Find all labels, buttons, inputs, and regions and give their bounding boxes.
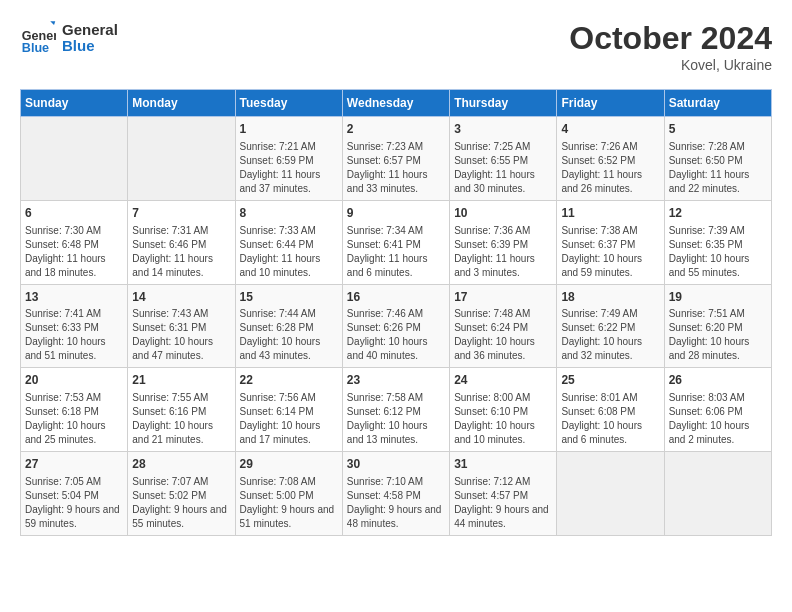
calendar-cell: 10Sunrise: 7:36 AMSunset: 6:39 PMDayligh… bbox=[450, 200, 557, 284]
day-info: Sunrise: 7:25 AMSunset: 6:55 PMDaylight:… bbox=[454, 140, 552, 196]
calendar-cell: 27Sunrise: 7:05 AMSunset: 5:04 PMDayligh… bbox=[21, 452, 128, 536]
day-info: Sunrise: 7:05 AMSunset: 5:04 PMDaylight:… bbox=[25, 475, 123, 531]
calendar-cell: 28Sunrise: 7:07 AMSunset: 5:02 PMDayligh… bbox=[128, 452, 235, 536]
day-number: 17 bbox=[454, 289, 552, 306]
day-info: Sunrise: 7:51 AMSunset: 6:20 PMDaylight:… bbox=[669, 307, 767, 363]
calendar-cell: 4Sunrise: 7:26 AMSunset: 6:52 PMDaylight… bbox=[557, 117, 664, 201]
calendar-cell: 22Sunrise: 7:56 AMSunset: 6:14 PMDayligh… bbox=[235, 368, 342, 452]
day-number: 16 bbox=[347, 289, 445, 306]
calendar-cell: 8Sunrise: 7:33 AMSunset: 6:44 PMDaylight… bbox=[235, 200, 342, 284]
calendar-cell bbox=[128, 117, 235, 201]
day-number: 5 bbox=[669, 121, 767, 138]
day-info: Sunrise: 7:12 AMSunset: 4:57 PMDaylight:… bbox=[454, 475, 552, 531]
day-number: 6 bbox=[25, 205, 123, 222]
day-info: Sunrise: 7:39 AMSunset: 6:35 PMDaylight:… bbox=[669, 224, 767, 280]
day-info: Sunrise: 7:31 AMSunset: 6:46 PMDaylight:… bbox=[132, 224, 230, 280]
calendar-cell: 3Sunrise: 7:25 AMSunset: 6:55 PMDaylight… bbox=[450, 117, 557, 201]
day-header-friday: Friday bbox=[557, 90, 664, 117]
day-number: 2 bbox=[347, 121, 445, 138]
day-info: Sunrise: 7:49 AMSunset: 6:22 PMDaylight:… bbox=[561, 307, 659, 363]
day-number: 3 bbox=[454, 121, 552, 138]
calendar-cell: 17Sunrise: 7:48 AMSunset: 6:24 PMDayligh… bbox=[450, 284, 557, 368]
day-number: 30 bbox=[347, 456, 445, 473]
day-number: 27 bbox=[25, 456, 123, 473]
day-header-thursday: Thursday bbox=[450, 90, 557, 117]
page-header: General Blue General Blue October 2024 K… bbox=[20, 20, 772, 73]
day-number: 21 bbox=[132, 372, 230, 389]
day-info: Sunrise: 7:23 AMSunset: 6:57 PMDaylight:… bbox=[347, 140, 445, 196]
day-info: Sunrise: 7:48 AMSunset: 6:24 PMDaylight:… bbox=[454, 307, 552, 363]
calendar-cell: 24Sunrise: 8:00 AMSunset: 6:10 PMDayligh… bbox=[450, 368, 557, 452]
calendar-week-row: 27Sunrise: 7:05 AMSunset: 5:04 PMDayligh… bbox=[21, 452, 772, 536]
day-number: 13 bbox=[25, 289, 123, 306]
day-header-wednesday: Wednesday bbox=[342, 90, 449, 117]
calendar-cell: 26Sunrise: 8:03 AMSunset: 6:06 PMDayligh… bbox=[664, 368, 771, 452]
calendar-week-row: 13Sunrise: 7:41 AMSunset: 6:33 PMDayligh… bbox=[21, 284, 772, 368]
day-header-sunday: Sunday bbox=[21, 90, 128, 117]
logo-icon: General Blue bbox=[20, 20, 56, 56]
day-number: 1 bbox=[240, 121, 338, 138]
day-header-monday: Monday bbox=[128, 90, 235, 117]
svg-marker-2 bbox=[50, 21, 55, 25]
svg-text:Blue: Blue bbox=[22, 41, 49, 55]
day-info: Sunrise: 7:38 AMSunset: 6:37 PMDaylight:… bbox=[561, 224, 659, 280]
day-info: Sunrise: 8:00 AMSunset: 6:10 PMDaylight:… bbox=[454, 391, 552, 447]
calendar-week-row: 1Sunrise: 7:21 AMSunset: 6:59 PMDaylight… bbox=[21, 117, 772, 201]
day-number: 29 bbox=[240, 456, 338, 473]
calendar-cell: 6Sunrise: 7:30 AMSunset: 6:48 PMDaylight… bbox=[21, 200, 128, 284]
day-header-saturday: Saturday bbox=[664, 90, 771, 117]
calendar-header-row: SundayMondayTuesdayWednesdayThursdayFrid… bbox=[21, 90, 772, 117]
day-info: Sunrise: 7:53 AMSunset: 6:18 PMDaylight:… bbox=[25, 391, 123, 447]
calendar-cell: 19Sunrise: 7:51 AMSunset: 6:20 PMDayligh… bbox=[664, 284, 771, 368]
title-block: October 2024 Kovel, Ukraine bbox=[569, 20, 772, 73]
day-info: Sunrise: 8:03 AMSunset: 6:06 PMDaylight:… bbox=[669, 391, 767, 447]
calendar-cell: 20Sunrise: 7:53 AMSunset: 6:18 PMDayligh… bbox=[21, 368, 128, 452]
calendar-table: SundayMondayTuesdayWednesdayThursdayFrid… bbox=[20, 89, 772, 536]
calendar-cell: 13Sunrise: 7:41 AMSunset: 6:33 PMDayligh… bbox=[21, 284, 128, 368]
day-info: Sunrise: 7:55 AMSunset: 6:16 PMDaylight:… bbox=[132, 391, 230, 447]
calendar-cell: 2Sunrise: 7:23 AMSunset: 6:57 PMDaylight… bbox=[342, 117, 449, 201]
day-number: 20 bbox=[25, 372, 123, 389]
day-info: Sunrise: 7:36 AMSunset: 6:39 PMDaylight:… bbox=[454, 224, 552, 280]
calendar-week-row: 6Sunrise: 7:30 AMSunset: 6:48 PMDaylight… bbox=[21, 200, 772, 284]
day-info: Sunrise: 7:41 AMSunset: 6:33 PMDaylight:… bbox=[25, 307, 123, 363]
day-number: 23 bbox=[347, 372, 445, 389]
day-info: Sunrise: 7:34 AMSunset: 6:41 PMDaylight:… bbox=[347, 224, 445, 280]
day-number: 15 bbox=[240, 289, 338, 306]
location-subtitle: Kovel, Ukraine bbox=[569, 57, 772, 73]
day-number: 7 bbox=[132, 205, 230, 222]
day-number: 18 bbox=[561, 289, 659, 306]
day-info: Sunrise: 7:08 AMSunset: 5:00 PMDaylight:… bbox=[240, 475, 338, 531]
calendar-body: 1Sunrise: 7:21 AMSunset: 6:59 PMDaylight… bbox=[21, 117, 772, 536]
calendar-cell bbox=[21, 117, 128, 201]
day-info: Sunrise: 7:28 AMSunset: 6:50 PMDaylight:… bbox=[669, 140, 767, 196]
calendar-cell: 23Sunrise: 7:58 AMSunset: 6:12 PMDayligh… bbox=[342, 368, 449, 452]
day-info: Sunrise: 7:56 AMSunset: 6:14 PMDaylight:… bbox=[240, 391, 338, 447]
calendar-cell: 15Sunrise: 7:44 AMSunset: 6:28 PMDayligh… bbox=[235, 284, 342, 368]
calendar-cell: 29Sunrise: 7:08 AMSunset: 5:00 PMDayligh… bbox=[235, 452, 342, 536]
month-title: October 2024 bbox=[569, 20, 772, 57]
calendar-cell: 31Sunrise: 7:12 AMSunset: 4:57 PMDayligh… bbox=[450, 452, 557, 536]
day-number: 31 bbox=[454, 456, 552, 473]
calendar-cell: 11Sunrise: 7:38 AMSunset: 6:37 PMDayligh… bbox=[557, 200, 664, 284]
day-info: Sunrise: 7:21 AMSunset: 6:59 PMDaylight:… bbox=[240, 140, 338, 196]
day-number: 11 bbox=[561, 205, 659, 222]
calendar-week-row: 20Sunrise: 7:53 AMSunset: 6:18 PMDayligh… bbox=[21, 368, 772, 452]
day-number: 28 bbox=[132, 456, 230, 473]
calendar-cell: 14Sunrise: 7:43 AMSunset: 6:31 PMDayligh… bbox=[128, 284, 235, 368]
day-info: Sunrise: 7:26 AMSunset: 6:52 PMDaylight:… bbox=[561, 140, 659, 196]
calendar-cell: 12Sunrise: 7:39 AMSunset: 6:35 PMDayligh… bbox=[664, 200, 771, 284]
calendar-cell: 9Sunrise: 7:34 AMSunset: 6:41 PMDaylight… bbox=[342, 200, 449, 284]
calendar-cell: 30Sunrise: 7:10 AMSunset: 4:58 PMDayligh… bbox=[342, 452, 449, 536]
day-header-tuesday: Tuesday bbox=[235, 90, 342, 117]
calendar-cell: 21Sunrise: 7:55 AMSunset: 6:16 PMDayligh… bbox=[128, 368, 235, 452]
day-number: 24 bbox=[454, 372, 552, 389]
day-number: 12 bbox=[669, 205, 767, 222]
day-info: Sunrise: 8:01 AMSunset: 6:08 PMDaylight:… bbox=[561, 391, 659, 447]
calendar-cell: 25Sunrise: 8:01 AMSunset: 6:08 PMDayligh… bbox=[557, 368, 664, 452]
logo: General Blue General Blue bbox=[20, 20, 118, 56]
calendar-cell bbox=[557, 452, 664, 536]
calendar-cell: 5Sunrise: 7:28 AMSunset: 6:50 PMDaylight… bbox=[664, 117, 771, 201]
day-info: Sunrise: 7:07 AMSunset: 5:02 PMDaylight:… bbox=[132, 475, 230, 531]
calendar-cell bbox=[664, 452, 771, 536]
